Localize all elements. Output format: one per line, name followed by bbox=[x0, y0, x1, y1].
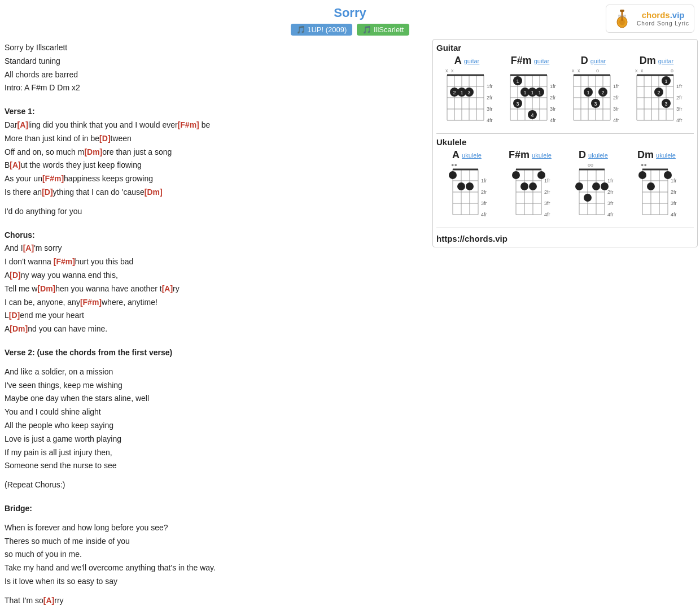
chord-Fm3[interactable]: [F#m] bbox=[54, 257, 75, 266]
guitar-chord-Fm: F#m guitar 1fr 2fr 3f bbox=[500, 55, 561, 129]
badges: 🎵 1UP! (2009) 🎵 IllScarlett bbox=[0, 24, 700, 36]
lyric-b4: Take my hand and we'll overcome anything… bbox=[5, 561, 425, 575]
svg-text:1fr: 1fr bbox=[676, 84, 683, 89]
chord-Fm1[interactable]: [F#m] bbox=[178, 120, 199, 129]
svg-text:3fr: 3fr bbox=[487, 106, 493, 112]
uke-chord-Fm: F#m ukulele 1fr 2fr 3fr 4fr bbox=[500, 149, 561, 223]
lyric-v2-8: Someone send the nurse to see bbox=[5, 459, 425, 473]
logo-sub: Chord Song Lyric bbox=[637, 20, 689, 27]
svg-text:1fr: 1fr bbox=[550, 84, 556, 89]
chord-Fm4[interactable]: [F#m] bbox=[80, 298, 102, 307]
guitar-D-name: D bbox=[581, 55, 588, 67]
logo-text: chords.vip Chord Song Lyric bbox=[637, 10, 689, 27]
uke-A-link[interactable]: ukulele bbox=[462, 152, 482, 159]
chord-A2[interactable]: [A] bbox=[10, 160, 20, 169]
lyric-b3: so much of you in me. bbox=[5, 548, 425, 561]
lyric-chorus-7: A[Dm]nd you can have mine. bbox=[5, 323, 425, 336]
svg-text:x: x bbox=[635, 68, 638, 73]
guitar-A-link[interactable]: guitar bbox=[464, 58, 480, 64]
svg-text:1fr: 1fr bbox=[613, 84, 619, 89]
svg-text:4fr: 4fr bbox=[487, 117, 493, 123]
svg-text:1: 1 bbox=[664, 79, 667, 84]
svg-text:3fr: 3fr bbox=[481, 201, 487, 206]
svg-text:2fr: 2fr bbox=[671, 189, 677, 195]
chord-Dm1[interactable]: [Dm] bbox=[84, 147, 102, 156]
uke-D-link[interactable]: ukulele bbox=[588, 152, 608, 159]
chord-Dm3[interactable]: [Dm] bbox=[37, 284, 55, 293]
chord-D1[interactable]: [D] bbox=[99, 134, 110, 143]
guitar-chord-A: A guitar x x bbox=[436, 55, 497, 129]
svg-text:x: x bbox=[445, 68, 448, 73]
chord-A4[interactable]: [A] bbox=[162, 284, 173, 293]
chord-D4[interactable]: [D] bbox=[9, 311, 20, 320]
lyric-line-5: As your un[F#m]happiness keeps growing bbox=[5, 172, 425, 186]
svg-text:2: 2 bbox=[657, 90, 660, 95]
chord-Dm2[interactable]: [Dm] bbox=[145, 188, 163, 197]
guitar-Fm-name: F#m bbox=[511, 55, 532, 67]
svg-rect-3 bbox=[620, 10, 624, 12]
uke-Fm-link[interactable]: ukulele bbox=[532, 152, 552, 159]
svg-point-172 bbox=[664, 171, 672, 179]
lyric-line-6: Is there an[D]ything that I can do 'caus… bbox=[5, 186, 425, 199]
svg-text:3fr: 3fr bbox=[671, 201, 677, 206]
chord-A3[interactable]: [A] bbox=[23, 243, 34, 252]
svg-text:4fr: 4fr bbox=[607, 212, 614, 217]
uke-A-diagram: ●● 1fr 2fr 3fr 4fr bbox=[444, 161, 489, 223]
verse2-label: Verse 2: (use the chords from the first … bbox=[5, 346, 425, 360]
guitar-diagrams-row: A guitar x x bbox=[436, 55, 694, 129]
lyric-b5: Is it love when its so easy to say bbox=[5, 575, 425, 589]
guitar-Fm-link[interactable]: guitar bbox=[534, 58, 550, 64]
chord-Dm4[interactable]: [Dm] bbox=[10, 324, 28, 333]
svg-point-170 bbox=[638, 171, 646, 179]
chord-A[interactable]: [A] bbox=[18, 120, 28, 129]
chord-panel-divider bbox=[436, 228, 694, 228]
guitar-D-diagram: x x o 1fr 2fr 3fr 4 bbox=[565, 67, 622, 129]
svg-text:●●: ●● bbox=[451, 162, 457, 168]
lyric-chorus-1: And I[A]'m sorry bbox=[5, 242, 425, 255]
lyric-v2-5: All the people who keep saying bbox=[5, 419, 425, 433]
uke-chord-A: A ukulele ●● 1fr 2fr 3 bbox=[436, 149, 497, 223]
svg-text:3: 3 bbox=[664, 101, 667, 107]
chord-A5[interactable]: [A] bbox=[43, 596, 54, 605]
uke-Dm-name: Dm bbox=[637, 149, 654, 161]
chord-panel-url[interactable]: https://chords.vip bbox=[436, 232, 694, 243]
badge-1up[interactable]: 🎵 1UP! (2009) bbox=[291, 24, 353, 36]
uke-Fm-name: F#m bbox=[509, 149, 530, 161]
chord-Fm2[interactable]: [F#m] bbox=[42, 174, 64, 183]
svg-text:3fr: 3fr bbox=[544, 201, 550, 206]
svg-text:2fr: 2fr bbox=[550, 95, 556, 101]
page-title: Sorry bbox=[0, 6, 700, 20]
ukulele-section-title: Ukulele bbox=[436, 137, 694, 147]
svg-point-118 bbox=[449, 171, 457, 179]
svg-text:3fr: 3fr bbox=[676, 106, 683, 112]
badge-artist[interactable]: 🎵 IllScarlett bbox=[357, 24, 409, 36]
guitar-A-name: A bbox=[454, 55, 462, 67]
svg-text:1: 1 bbox=[516, 79, 519, 84]
uke-Dm-link[interactable]: ukulele bbox=[656, 152, 676, 159]
svg-point-136 bbox=[529, 182, 537, 190]
logo[interactable]: chords.vip Chord Song Lyric bbox=[606, 5, 694, 33]
svg-point-137 bbox=[537, 171, 545, 179]
lyric-v2-3: Maybe one day when the stars aline, well bbox=[5, 392, 425, 406]
svg-text:4fr: 4fr bbox=[613, 117, 619, 123]
guitar-chord-D: D guitar x x o bbox=[563, 55, 624, 129]
lyric-v2-6: Love is just a game worth playing bbox=[5, 433, 425, 446]
chord-D2[interactable]: [D] bbox=[42, 188, 53, 197]
lyric-chorus-3: A[D]ny way you wanna end this, bbox=[5, 269, 425, 282]
uke-Dm-diagram: ●● 1fr 2fr 3fr 4fr bbox=[634, 161, 679, 223]
svg-point-153 bbox=[601, 182, 609, 190]
svg-text:2fr: 2fr bbox=[487, 95, 493, 101]
guitar-D-link[interactable]: guitar bbox=[590, 58, 606, 64]
svg-text:2fr: 2fr bbox=[544, 189, 550, 195]
svg-text:1: 1 bbox=[460, 90, 463, 95]
svg-text:3fr: 3fr bbox=[550, 106, 556, 112]
guitar-Dm-link[interactable]: guitar bbox=[658, 58, 674, 64]
svg-text:3fr: 3fr bbox=[607, 201, 614, 206]
lyric-chorus-4: Tell me w[Dm]hen you wanna have another … bbox=[5, 282, 425, 296]
svg-text:3fr: 3fr bbox=[613, 106, 619, 112]
svg-text:o: o bbox=[671, 68, 673, 73]
svg-point-134 bbox=[512, 171, 520, 179]
svg-text:1fr: 1fr bbox=[481, 178, 487, 184]
verse1-label: Verse 1: bbox=[5, 105, 425, 119]
chord-D3[interactable]: [D] bbox=[10, 271, 20, 280]
